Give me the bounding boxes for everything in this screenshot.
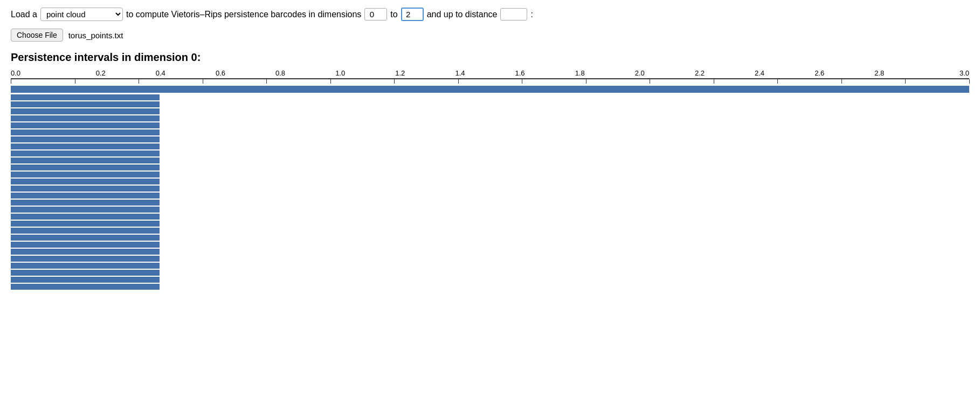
- axis-tick: [11, 79, 11, 84]
- dim-from-input[interactable]: [364, 8, 387, 20]
- dim-to-label: to: [390, 10, 397, 19]
- bar-short: [11, 221, 160, 227]
- axis-tick-label: 1.6: [490, 69, 550, 77]
- data-type-dropdown[interactable]: point clouddistance matrixweighted graph: [40, 8, 123, 21]
- header-suffix: :: [530, 10, 533, 19]
- axis-labels: 0.00.20.40.60.81.01.21.41.61.82.02.22.42…: [11, 69, 969, 77]
- dim-to-input[interactable]: [401, 8, 424, 21]
- bar-short: [11, 284, 160, 290]
- bar-short: [11, 108, 160, 114]
- file-row: Choose File torus_points.txt: [11, 29, 969, 42]
- header-middle-text: to compute Vietoris–Rips persistence bar…: [126, 10, 361, 19]
- axis-tick: [458, 79, 459, 84]
- axis-tick-label: 0.8: [251, 69, 310, 77]
- bar-short: [11, 214, 160, 220]
- bar-short: [11, 122, 160, 128]
- file-name-display: torus_points.txt: [68, 31, 123, 40]
- axis-tick: [777, 79, 778, 84]
- bar-short: [11, 101, 160, 107]
- bar-short: [11, 151, 160, 156]
- header-prefix: Load a: [11, 10, 37, 19]
- bar-short: [11, 228, 160, 234]
- axis-tick-label: 1.4: [430, 69, 490, 77]
- bar-short: [11, 172, 160, 177]
- bar-long: [11, 86, 969, 93]
- bar-short: [11, 136, 160, 142]
- axis-tick: [905, 79, 906, 84]
- axis-tick: [841, 79, 842, 84]
- bar-short: [11, 179, 160, 184]
- distance-input[interactable]: [500, 8, 527, 20]
- bar-short: [11, 200, 160, 206]
- axis-tick-label: 1.2: [370, 69, 430, 77]
- chart-container: 0.00.20.40.60.81.01.21.41.61.82.02.22.42…: [11, 69, 969, 290]
- bar-short: [11, 158, 160, 163]
- bar-short: [11, 242, 160, 248]
- axis-tick-label: 0.4: [130, 69, 190, 77]
- axis-tick-label: 0.6: [190, 69, 250, 77]
- axis-tick: [650, 79, 650, 84]
- bar-short: [11, 186, 160, 192]
- bar-short: [11, 144, 160, 149]
- bars-area: [11, 86, 969, 290]
- axis-tick-label: 0.0: [11, 69, 71, 77]
- axis-tick-label: 2.2: [670, 69, 729, 77]
- section-title: Persistence intervals in dimension 0:: [11, 51, 969, 64]
- bar-short: [11, 235, 160, 241]
- axis-tick: [203, 79, 203, 84]
- axis-tick-label: 2.6: [790, 69, 850, 77]
- bar-short: [11, 94, 160, 100]
- axis-tick: [969, 79, 970, 84]
- dist-label: and up to distance: [427, 10, 498, 19]
- bar-short: [11, 256, 160, 262]
- axis-tick-label: 2.0: [610, 69, 670, 77]
- axis-tick-label: 2.8: [850, 69, 909, 77]
- bar-short: [11, 249, 160, 255]
- bar-short: [11, 165, 160, 170]
- bar-short: [11, 263, 160, 269]
- axis-tick-label: 2.4: [730, 69, 790, 77]
- bar-short: [11, 129, 160, 135]
- axis-tick-label: 3.0: [909, 69, 969, 77]
- axis-tick: [139, 79, 139, 84]
- axis-tick-label: 1.0: [310, 69, 370, 77]
- bar-short: [11, 277, 160, 283]
- bar-short: [11, 115, 160, 121]
- header-row: Load a point clouddistance matrixweighte…: [11, 8, 969, 21]
- bar-short: [11, 270, 160, 276]
- axis-tick: [394, 79, 395, 84]
- axis-tick: [522, 79, 522, 84]
- axis-line: [11, 78, 969, 84]
- axis-tick: [75, 79, 75, 84]
- choose-file-button[interactable]: Choose File: [11, 29, 63, 42]
- axis-tick: [266, 79, 267, 84]
- axis-tick: [586, 79, 586, 84]
- axis-tick: [714, 79, 714, 84]
- axis-tick-label: 0.2: [71, 69, 130, 77]
- bar-short: [11, 207, 160, 213]
- bar-short: [11, 193, 160, 199]
- axis-tick-label: 1.8: [550, 69, 610, 77]
- axis-tick: [330, 79, 331, 84]
